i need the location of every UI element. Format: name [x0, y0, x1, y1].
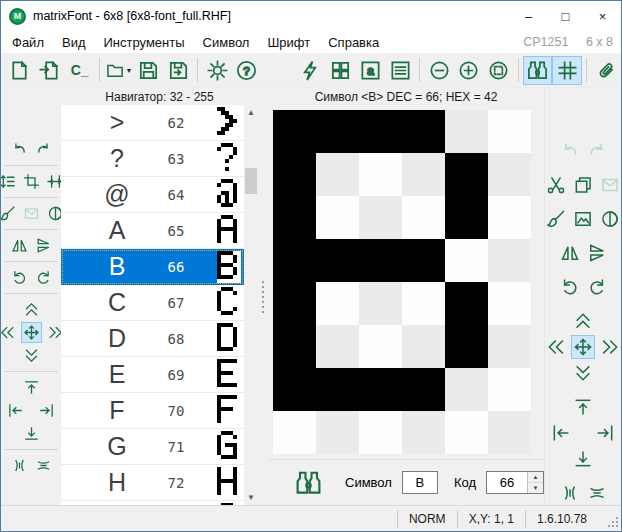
pixel-r1c2[interactable]: [359, 153, 402, 196]
save-font-button[interactable]: [134, 56, 164, 85]
code-decrement-button[interactable]: ▼: [528, 483, 543, 493]
clear-char-button[interactable]: [1, 203, 18, 224]
pixel-r3c5[interactable]: [488, 239, 531, 282]
rotate-right-button[interactable]: [33, 267, 54, 288]
effects-button[interactable]: [296, 56, 326, 85]
scrollbar-track[interactable]: [244, 120, 258, 490]
pixel-r2c1[interactable]: [316, 196, 359, 239]
navigator-row-63[interactable]: ?63: [61, 141, 244, 177]
char-input[interactable]: [402, 471, 438, 494]
snap-bottom-button[interactable]: [571, 447, 595, 471]
move-mode-button[interactable]: [571, 335, 595, 359]
navigator-row-67[interactable]: C67: [61, 285, 244, 321]
pixel-r5c3[interactable]: [402, 325, 445, 368]
snap-top-button[interactable]: [21, 377, 42, 398]
shift-up-button[interactable]: [21, 299, 42, 320]
pixel-r7c5[interactable]: [488, 411, 531, 454]
code-increment-button[interactable]: ▲: [528, 472, 543, 483]
pixel-r2c5[interactable]: [488, 196, 531, 239]
navigator-row-65[interactable]: A65: [61, 213, 244, 249]
pixel-r7c1[interactable]: [316, 411, 359, 454]
undo-button[interactable]: [9, 139, 30, 160]
zoom-fit-button[interactable]: [484, 56, 514, 85]
snap-top-button[interactable]: [571, 395, 595, 419]
char-height-button[interactable]: [1, 171, 18, 192]
navigator-row-62[interactable]: >62: [61, 105, 244, 141]
pixel-r1c3[interactable]: [402, 153, 445, 196]
pixel-r1c0[interactable]: [273, 153, 316, 196]
panel-splitter[interactable]: [258, 88, 268, 505]
toggle-navigator-button[interactable]: [523, 56, 553, 85]
snap-left-button[interactable]: [5, 400, 26, 421]
pixel-r4c5[interactable]: [488, 282, 531, 325]
menu-символ[interactable]: Символ: [194, 35, 259, 50]
center-horizontal-button[interactable]: [9, 455, 30, 476]
navigator-row-69[interactable]: E69: [61, 357, 244, 393]
pixel-r5c0[interactable]: [273, 325, 316, 368]
pixel-r4c2[interactable]: [359, 282, 402, 325]
new-font-button[interactable]: [5, 56, 35, 85]
new-from-code-button[interactable]: C_: [65, 56, 95, 85]
font-properties-button[interactable]: [385, 56, 415, 85]
menu-инструменты[interactable]: Инструменты: [95, 35, 194, 50]
pixel-r6c1[interactable]: [316, 368, 359, 411]
shift-right-button[interactable]: [598, 335, 621, 359]
snap-bottom-button[interactable]: [21, 423, 42, 444]
attach-button[interactable]: [591, 56, 621, 85]
pixel-r5c1[interactable]: [316, 325, 359, 368]
zoom-out-button[interactable]: [424, 56, 454, 85]
pixel-r6c0[interactable]: [273, 368, 316, 411]
pixel-r0c3[interactable]: [402, 110, 445, 153]
pixel-r1c4[interactable]: [445, 153, 488, 196]
move-mode-button[interactable]: [21, 322, 42, 343]
char-width-button[interactable]: [45, 171, 62, 192]
shift-left-button[interactable]: [544, 335, 568, 359]
menu-справка[interactable]: Справка: [319, 35, 388, 50]
rotate-left-button[interactable]: [9, 267, 30, 288]
rotate-left-button[interactable]: [558, 275, 582, 299]
settings-button[interactable]: [202, 56, 232, 85]
crop-button[interactable]: [21, 171, 42, 192]
menu-шрифт[interactable]: Шрифт: [258, 35, 319, 50]
pixel-r0c0[interactable]: [273, 110, 316, 153]
clear-char-button[interactable]: [544, 207, 568, 231]
pixel-r3c1[interactable]: [316, 239, 359, 282]
help-button[interactable]: [232, 56, 262, 85]
pixel-r2c0[interactable]: [273, 196, 316, 239]
pixel-r0c1[interactable]: [316, 110, 359, 153]
pixel-r7c0[interactable]: [273, 411, 316, 454]
pixel-r2c2[interactable]: [359, 196, 402, 239]
pixel-r2c3[interactable]: [402, 196, 445, 239]
import-font-button[interactable]: [35, 56, 65, 85]
shift-down-button[interactable]: [21, 345, 42, 366]
pixel-r3c3[interactable]: [402, 239, 445, 282]
pixel-r3c2[interactable]: [359, 239, 402, 282]
cut-button[interactable]: [544, 173, 568, 197]
mirror-horizontal-button[interactable]: [558, 241, 582, 265]
pixel-r7c3[interactable]: [402, 411, 445, 454]
close-button[interactable]: ×: [584, 1, 621, 31]
snap-right-button[interactable]: [36, 400, 57, 421]
navigator-row-66[interactable]: B66: [61, 249, 244, 285]
open-font-button[interactable]: ▼: [104, 56, 134, 85]
resize-grip[interactable]: [608, 517, 610, 519]
pixel-r1c1[interactable]: [316, 153, 359, 196]
mirror-horizontal-button[interactable]: [9, 235, 30, 256]
mirror-vertical-button[interactable]: [33, 235, 54, 256]
navigator-row-71[interactable]: G71: [61, 429, 244, 465]
pixel-r1c5[interactable]: [488, 153, 531, 196]
pixel-r7c4[interactable]: [445, 411, 488, 454]
pixel-r2c4[interactable]: [445, 196, 488, 239]
pixel-r4c3[interactable]: [402, 282, 445, 325]
import-image-button[interactable]: [571, 207, 595, 231]
pixel-r6c3[interactable]: [402, 368, 445, 411]
center-horizontal-button[interactable]: [558, 481, 582, 505]
pixel-r6c5[interactable]: [488, 368, 531, 411]
title-bar[interactable]: M matrixFont - 6x8 [6x8-font_full.RHF] –…: [1, 1, 621, 31]
pixel-r0c5[interactable]: [488, 110, 531, 153]
symbol-properties-button[interactable]: [355, 56, 385, 85]
pixel-r6c4[interactable]: [445, 368, 488, 411]
pixel-r0c4[interactable]: [445, 110, 488, 153]
pixel-r6c2[interactable]: [359, 368, 402, 411]
navigator-row-64[interactable]: @64: [61, 177, 244, 213]
